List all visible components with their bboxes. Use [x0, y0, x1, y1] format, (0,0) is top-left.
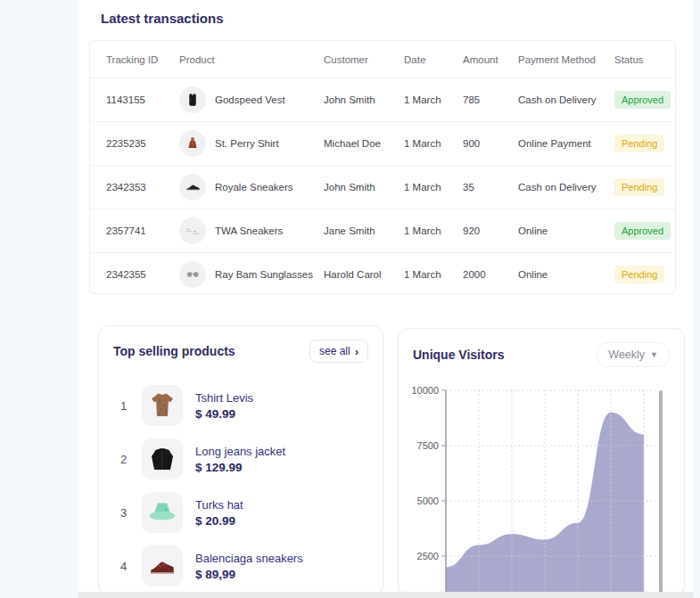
status-cell: Pending [614, 135, 675, 152]
product-cell: TWA Sneakers [179, 217, 324, 244]
customer: John Smith [324, 182, 404, 193]
payment-method: Online Payment [518, 138, 614, 149]
sneaker-product-icon [179, 174, 206, 201]
product-name: Long jeans jacket [195, 445, 285, 458]
payment-method: Online [518, 225, 614, 236]
chart-scrollbar[interactable] [659, 390, 663, 595]
product-cell: Godspeed Vest [179, 86, 324, 113]
customer: Jane Smith [324, 225, 404, 236]
status-badge: Pending [614, 135, 664, 152]
date: 1 March [404, 138, 463, 149]
tracking-id: 2357741 [106, 225, 179, 236]
sunglasses-product-icon [179, 261, 206, 288]
product-cell: Ray Bam Sunglasses [179, 261, 324, 288]
status-badge: Pending [614, 266, 664, 283]
amount: 920 [463, 225, 518, 236]
item-info: Long jeans jacket $ 129.99 [195, 445, 285, 474]
column-header-amount: Amount [463, 54, 518, 65]
vest-product-icon [179, 86, 206, 113]
customer: Harold Carol [324, 269, 404, 280]
product-name: Ray Bam Sunglasses [215, 269, 313, 280]
unique-visitors-title: Unique Visitors [413, 348, 504, 362]
period-label: Weekly [608, 348, 645, 361]
amount: 2000 [463, 269, 518, 280]
product-name: TWA Sneakers [215, 225, 283, 236]
status-badge: Pending [614, 178, 664, 196]
horizontal-scrollbar[interactable] [78, 592, 693, 598]
amount: 785 [463, 94, 518, 105]
bucket-hat-product-icon [142, 492, 183, 533]
product-name: St. Perry Shirt [215, 138, 279, 149]
tracking-id: 2235235 [106, 138, 179, 149]
top-selling-products-card: Top selling products see all › 1 Tshirt … [98, 325, 383, 595]
status-badge: Approved [614, 222, 671, 240]
top-selling-title: Top selling products [113, 344, 235, 358]
product-price: $ 89,99 [195, 568, 303, 581]
payment-method: Cash on Delivery [518, 182, 614, 193]
tracking-id: 2342355 [106, 269, 179, 280]
svg-text:2500: 2500 [417, 551, 439, 561]
table-row: 2342353 Royale Sneakers John Smith 1 Mar… [90, 165, 675, 209]
date: 1 March [404, 269, 463, 280]
product-name: Turks hat [195, 498, 243, 512]
see-all-label: see all [319, 345, 350, 357]
shirt-product-icon [179, 130, 206, 157]
product-cell: Royale Sneakers [179, 174, 324, 201]
svg-text:10000: 10000 [411, 385, 439, 396]
period-dropdown[interactable]: Weekly ▼ [597, 342, 670, 367]
visitors-area-chart: 10000750050002500 [399, 382, 685, 595]
top-selling-list: 1 Tshirt Levis $ 49.99 2 Long jeans jack… [99, 379, 383, 593]
product-name: Royale Sneakers [215, 182, 293, 193]
column-header-customer: Customer [324, 54, 404, 65]
page-background-left [0, 0, 78, 598]
item-info: Tshirt Levis $ 49.99 [195, 391, 253, 421]
date: 1 March [404, 182, 463, 193]
tracking-id: 2342353 [106, 182, 179, 193]
amount: 35 [463, 182, 518, 193]
list-item: 4 Balenciaga sneakers $ 89,99 [99, 539, 383, 593]
svg-text:5000: 5000 [417, 496, 439, 506]
chevron-down-icon: ▼ [650, 351, 658, 359]
unique-visitors-card: Unique Visitors Weekly ▼ 100007500500025… [398, 328, 685, 595]
item-info: Balenciaga sneakers $ 89,99 [195, 552, 303, 581]
list-item: 3 Turks hat $ 20.99 [99, 486, 383, 539]
status-cell: Approved [614, 222, 675, 240]
date: 1 March [404, 225, 463, 236]
customer: John Smith [324, 94, 404, 105]
payment-method: Online [518, 269, 614, 280]
status-cell: Approved [614, 91, 675, 109]
sneakers-pair-product-icon [179, 217, 206, 244]
list-item: 1 Tshirt Levis $ 49.99 [99, 379, 383, 432]
chevron-right-icon: › [355, 346, 358, 357]
table-row: 2357741 TWA Sneakers Jane Smith 1 March … [90, 209, 675, 252]
amount: 900 [463, 138, 518, 149]
see-all-button[interactable]: see all › [309, 340, 368, 363]
unique-visitors-header: Unique Visitors Weekly ▼ [399, 329, 684, 374]
page-background-right [693, 0, 700, 598]
customer: Michael Doe [324, 138, 404, 149]
product-name: Tshirt Levis [195, 391, 253, 405]
status-cell: Pending [614, 178, 675, 196]
product-price: $ 20.99 [195, 514, 243, 528]
table-row: 2235235 St. Perry Shirt Michael Doe 1 Ma… [90, 121, 675, 165]
table-header-row: Tracking ID Product Customer Date Amount… [90, 41, 675, 78]
column-header-payment-method: Payment Method [518, 54, 614, 65]
jacket-product-icon [142, 438, 183, 479]
status-badge: Approved [614, 91, 671, 109]
column-header-tracking-id: Tracking ID [106, 54, 179, 65]
sneaker-product-icon [142, 545, 183, 586]
item-rank: 3 [120, 506, 135, 520]
list-item: 2 Long jeans jacket $ 129.99 [99, 432, 383, 486]
date: 1 March [404, 94, 463, 105]
product-price: $ 49.99 [195, 407, 253, 421]
top-selling-header: Top selling products see all › [99, 326, 383, 370]
product-cell: St. Perry Shirt [179, 130, 324, 157]
tshirt-product-icon [142, 385, 183, 426]
item-info: Turks hat $ 20.99 [195, 498, 243, 528]
column-header-status: Status [614, 54, 675, 65]
item-rank: 1 [120, 399, 135, 413]
page-title: Latest transactions [101, 11, 224, 26]
status-cell: Pending [614, 266, 675, 283]
tracking-id: 1143155 [106, 94, 179, 105]
table-row: 1143155 Godspeed Vest John Smith 1 March… [90, 78, 675, 121]
